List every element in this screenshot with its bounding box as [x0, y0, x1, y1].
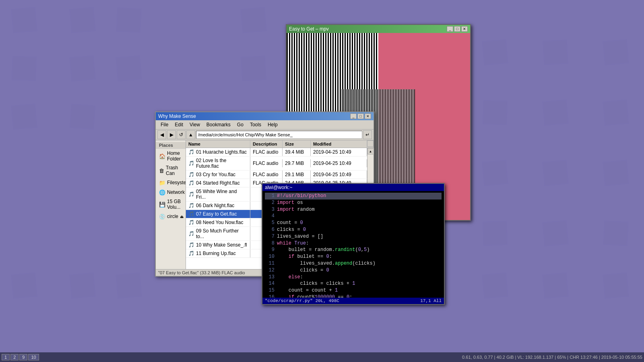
- mpv-window-controls: _ □ ✕: [447, 26, 468, 32]
- file-size-cell: 29.7 MiB: [283, 159, 311, 167]
- term-line-16: 16 if count%1000000 == 0:: [265, 294, 442, 298]
- term-line-4: 4: [265, 213, 442, 220]
- workspace-1-button[interactable]: 1: [2, 354, 10, 360]
- sidebar-item-network[interactable]: 🌐 Network: [156, 187, 186, 197]
- fm-minimize-button[interactable]: _: [350, 113, 357, 119]
- file-name-cell: 🎵 07 Easy to Get.flac: [186, 210, 250, 218]
- file-name-cell: 🎵 03 Cry for You.flac: [186, 171, 250, 179]
- terminal-status-bar: "code/scrap/rr.py" 20L, 498C 17,1 All: [262, 298, 444, 304]
- trash-icon: 🗑: [159, 167, 164, 174]
- filesystem-icon: 📁: [159, 179, 165, 186]
- file-name-cell: 🎵 09 So Much Further to...: [186, 227, 250, 241]
- col-header-desc[interactable]: Description: [250, 140, 283, 148]
- sidebar-label-volume: 15 GB Volu...: [167, 199, 182, 210]
- term-line-14: 14 clicks = clicks + 1: [265, 280, 442, 287]
- table-row[interactable]: 🎵 01 Huarache Lights.flac FLAC audio 39.…: [186, 148, 367, 156]
- term-line-8: 8while True:: [265, 240, 442, 247]
- back-button[interactable]: ◀: [157, 130, 166, 139]
- mpv-minimize-button[interactable]: _: [447, 26, 453, 32]
- address-bar[interactable]: [196, 131, 362, 139]
- term-line-9: 9 bullet = random.randint(0,5): [265, 247, 442, 253]
- mpv-close-button[interactable]: ✕: [461, 26, 468, 32]
- reload-button[interactable]: ↺: [177, 130, 186, 139]
- sidebar-label-trash: Trash Can: [166, 165, 182, 176]
- file-size-cell: 29.1 MiB: [283, 171, 311, 179]
- sidebar-item-trash[interactable]: 🗑 Trash Can: [156, 163, 186, 178]
- network-icon: 🌐: [159, 189, 165, 195]
- terminal-titlebar[interactable]: alwi@work:~: [262, 184, 444, 191]
- file-type-icon: 🎵: [188, 251, 194, 256]
- file-type-icon: 🎵: [188, 160, 194, 166]
- term-line-7: 7lives_saved = []: [265, 233, 442, 240]
- file-desc-cell: FLAC audio: [250, 159, 283, 167]
- term-line-6: 6clicks = 0: [265, 226, 442, 233]
- menu-tools[interactable]: Tools: [247, 121, 264, 128]
- terminal-window: alwi@work:~ 1#!/usr/bin/python 2import o…: [262, 183, 445, 305]
- up-button[interactable]: ▲: [186, 130, 195, 139]
- sidebar-label-circle: circle: [167, 214, 178, 219]
- go-button[interactable]: ↵: [363, 130, 372, 139]
- col-header-modified[interactable]: Modified: [311, 140, 367, 148]
- mpv-titlebar[interactable]: Easy to Get – mpv _ □ ✕: [287, 25, 470, 33]
- terminal-status-left: "code/scrap/rr.py" 20L, 498C: [265, 298, 339, 303]
- file-name-cell: 🎵 05 White Wine and Fri...: [186, 187, 250, 201]
- terminal-status-right: 17,1 All: [420, 298, 442, 303]
- file-name-cell: 🎵 02 Love Is the Future.flac: [186, 156, 250, 170]
- file-modified-cell: 2019-04-25 10:49: [311, 148, 367, 156]
- sidebar-label-network: Network: [167, 189, 185, 195]
- file-type-icon: 🎵: [188, 220, 194, 225]
- file-name-cell: 🎵 10 Why Make Sense_.fl: [186, 241, 250, 249]
- sidebar-label-filesystem: Filesystem...: [167, 180, 186, 185]
- volume-icon: 💾: [159, 201, 165, 208]
- fm-close-button[interactable]: ✕: [365, 113, 371, 119]
- menu-go[interactable]: Go: [234, 121, 247, 128]
- table-row[interactable]: 🎵 03 Cry for You.flac FLAC audio 29.1 Mi…: [186, 171, 367, 179]
- menu-file[interactable]: File: [157, 121, 171, 128]
- menu-help[interactable]: Help: [264, 121, 281, 128]
- terminal-body[interactable]: 1#!/usr/bin/python 2import os 3import ra…: [262, 191, 444, 298]
- file-name-cell: 🎵 08 Need You Now.flac: [186, 218, 250, 226]
- sidebar-label-home: Home Folder: [167, 150, 182, 162]
- workspace-9-button[interactable]: 9: [19, 354, 27, 360]
- file-name-cell: 🎵 04 Started Right.flac: [186, 179, 250, 187]
- col-header-name[interactable]: Name: [186, 140, 250, 148]
- file-type-icon: 🎵: [188, 180, 194, 186]
- menu-edit[interactable]: Edit: [171, 121, 186, 128]
- desktop: Easy to Get – mpv _ □ ✕ Why Make Sense _…: [0, 0, 644, 362]
- menu-bookmarks[interactable]: Bookmarks: [203, 121, 234, 128]
- file-manager-toolbar: ◀ ▶ ↺ ▲ ↵: [156, 130, 374, 140]
- workspace-10-button[interactable]: 10: [28, 354, 39, 360]
- file-name-cell: 🎵 01 Huarache Lights.flac: [186, 148, 250, 156]
- term-line-5: 5count = 0: [265, 220, 442, 226]
- scroll-up-button[interactable]: ▲: [367, 148, 374, 154]
- sidebar-item-home[interactable]: 🏠 Home Folder: [156, 149, 186, 163]
- term-line-11: 11 lives_saved.append(clicks): [265, 260, 442, 267]
- fm-maximize-button[interactable]: □: [357, 113, 364, 119]
- eject-icon[interactable]: ⏏: [180, 214, 184, 219]
- menu-view[interactable]: View: [186, 121, 203, 128]
- terminal-title: alwi@work:~: [265, 185, 293, 190]
- workspace-2-button[interactable]: 2: [10, 354, 19, 360]
- file-type-icon: 🎵: [188, 203, 194, 208]
- file-type-icon: 🎵: [188, 242, 194, 248]
- term-line-13: 13 else:: [265, 274, 442, 281]
- term-line-15: 15 count = count + 1: [265, 287, 442, 294]
- mpv-maximize-button[interactable]: □: [454, 26, 460, 32]
- file-type-icon: 🎵: [188, 231, 194, 237]
- file-list-header: Name Description Size Modified: [186, 140, 374, 148]
- sidebar-item-volume[interactable]: 💾 15 GB Volu...: [156, 197, 186, 212]
- file-name-cell: 🎵 06 Dark Night.flac: [186, 202, 250, 210]
- sidebar-section-places: Places: [156, 142, 186, 149]
- sidebar-item-circle[interactable]: 💿 circle ⏏: [156, 212, 186, 221]
- sidebar-item-filesystem[interactable]: 📁 Filesystem...: [156, 178, 186, 187]
- file-manager-titlebar[interactable]: Why Make Sense _ □ ✕: [156, 112, 374, 120]
- table-row[interactable]: 🎵 02 Love Is the Future.flac FLAC audio …: [186, 156, 367, 171]
- forward-button[interactable]: ▶: [167, 130, 176, 139]
- file-name-cell: 🎵 11 Burning Up.flac: [186, 249, 250, 257]
- status-text: "07 Easy to Get.flac" (33.2 MiB) FLAC au…: [158, 270, 245, 275]
- file-modified-cell: 2019-04-25 10:49: [311, 171, 367, 179]
- taskbar-workspaces: 1 2 9 10: [2, 354, 39, 360]
- file-type-icon: 🎵: [188, 191, 194, 197]
- col-header-size[interactable]: Size: [283, 140, 311, 148]
- file-desc-cell: FLAC audio: [250, 171, 283, 179]
